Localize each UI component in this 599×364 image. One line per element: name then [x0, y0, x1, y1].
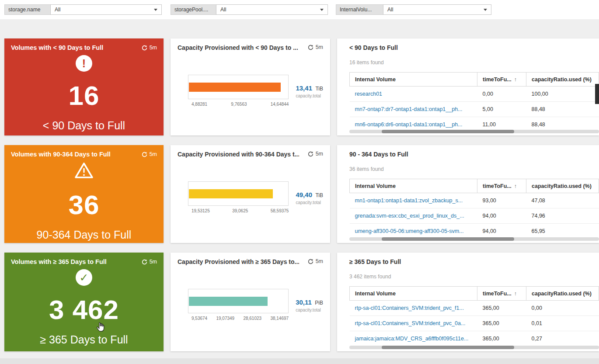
plot-area: 4,88281 9,76563 14,64844 [188, 75, 289, 107]
chart-header: Capacity Provisioned with ≥ 365 Days to.… [178, 258, 323, 265]
dashboard-viewport: storage.name All storagePool.... All Int… [0, 0, 599, 364]
refresh-button[interactable]: 5m [142, 151, 157, 157]
sort-asc-icon: ↑ [514, 76, 517, 83]
capacity-ratio-cell: 0,27 [526, 331, 599, 347]
internal-volume-link[interactable]: umeng-aff300-05-06:umeng-aff300-05-svm..… [350, 224, 477, 239]
filter-storage-pool-label: storagePool.... [171, 4, 216, 15]
column-header-internal-volume[interactable]: Internal Volume [350, 73, 477, 87]
refresh-button[interactable]: 5m [308, 151, 323, 157]
chart-total-unit: TiB [315, 86, 323, 92]
horizontal-scrollbar[interactable] [349, 237, 599, 241]
filter-internal-volume: InternalVolu... All [336, 4, 491, 15]
volumes-table: Internal Volume timeToFu...↑ capacityRat… [349, 286, 599, 347]
capacity-ratio-cell: 88,48 [526, 102, 599, 117]
refresh-button[interactable]: 5m [142, 259, 157, 265]
refresh-button[interactable]: 5m [308, 44, 323, 50]
kpi-value: 36 [11, 191, 157, 218]
internal-volume-link[interactable]: rtp-sa-cl01:Containers_SVM:trident_pvc_f… [350, 301, 477, 316]
time-to-full-cell: 94,00 [477, 224, 526, 239]
tick-label: 14,64844 [271, 102, 289, 107]
tick-label: 58,59375 [271, 208, 289, 213]
filter-storage-name: storage.name All [4, 4, 162, 15]
time-to-full-cell: 365,00 [477, 301, 526, 316]
column-header-internal-volume[interactable]: Internal Volume [350, 179, 477, 193]
sort-asc-icon: ↑ [514, 183, 517, 189]
filter-internal-volume-select[interactable]: All [383, 4, 491, 15]
table-row: umeng-aff300-05-06:umeng-aff300-05-svm..… [350, 224, 599, 239]
column-header-time-to-full[interactable]: timeToFu...↑ [477, 179, 526, 193]
kpi-value: 16 [11, 82, 157, 109]
capacity-ratio-cell: 47,08 [526, 193, 599, 208]
capacity-bar [189, 297, 268, 306]
column-header-time-to-full[interactable]: timeToFu...↑ [477, 287, 526, 301]
chart-total-caption: capacity.total [296, 308, 323, 312]
chevron-down-icon [320, 9, 324, 11]
table-card-lt90: < 90 Days to Full 16 items found Interna… [337, 38, 599, 135]
chevron-down-icon [154, 9, 157, 11]
tick-label: 9,76563 [231, 102, 247, 107]
kpi-title: Volumes with ≥ 365 Days to Full [11, 258, 107, 265]
refresh-button[interactable]: 5m [308, 258, 323, 264]
kpi-label: < 90 Days to Full [11, 120, 157, 131]
internal-volume-link[interactable]: grenada:svm-esx:cbc_esxi_prod_linux_ds_.… [350, 208, 477, 224]
kpi-header: Volumes with 90-364 Days to Full 5m [11, 151, 157, 158]
x-axis-ticks: 19,53125 39,0625 58,59375 [188, 208, 289, 213]
filter-storage-pool-select[interactable]: All [216, 4, 328, 15]
internal-volume-link[interactable]: research01 [350, 87, 477, 102]
chart-card-90-364: Capacity Provisioned with 90-364 Days t.… [171, 145, 330, 243]
x-axis-ticks: 4,88281 9,76563 14,64844 [188, 102, 289, 107]
time-to-full-cell: 0,00 [477, 87, 526, 102]
refresh-interval-label: 5m [316, 44, 323, 50]
chart-total: 13,41 TiB capacity.total [296, 84, 323, 98]
bar-chart: 19,53125 39,0625 58,59375 49,40 TiB capa… [178, 181, 323, 213]
internal-volume-link[interactable]: rtp-sa-cl01:Containers_SVM:trident_pvc_0… [350, 316, 477, 331]
time-to-full-cell: 365,00 [477, 331, 526, 347]
tick-label: 19,53125 [192, 208, 210, 213]
internal-volume-link[interactable]: mn1-ontap1:ontap1-data1:zvol_zbackup_s..… [350, 193, 477, 208]
refresh-button[interactable]: 5m [142, 45, 157, 51]
kpi-header: Volumes with ≥ 365 Days to Full 5m [11, 258, 157, 265]
horizontal-scrollbar[interactable] [349, 346, 599, 349]
column-header-capacity-ratio[interactable]: capacityRatio.used (%) [526, 287, 599, 301]
chart-card-lt90: Capacity Provisioned with < 90 Days to .… [171, 38, 330, 135]
refresh-interval-label: 5m [150, 45, 157, 51]
table-row: rtp-sa-cl01:Containers_SVM:trident_pvc_f… [350, 301, 599, 316]
kpi-label: 90-364 Days to Full [11, 229, 157, 240]
capacity-ratio-cell: 100,00 [526, 87, 599, 102]
warning-triangle-icon [74, 162, 94, 181]
internal-volume-link[interactable]: jamaica:jamaica:MDV_CRS_a6fffb0f095c11e.… [350, 331, 477, 347]
filter-storage-name-select[interactable]: All [50, 4, 162, 15]
tick-label: 4,88281 [192, 102, 207, 107]
plot-box [188, 75, 289, 99]
refresh-icon [142, 259, 147, 265]
column-header-time-to-full[interactable]: timeToFu...↑ [477, 73, 526, 87]
scrollbar-thumb[interactable] [382, 346, 514, 349]
scrollbar-thumb[interactable] [382, 237, 514, 241]
kpi-card-gte365: Volumes with ≥ 365 Days to Full 5m ✓ 3 4… [4, 253, 164, 351]
check-circle-icon: ✓ [76, 269, 92, 286]
refresh-interval-label: 5m [316, 258, 323, 264]
column-header-internal-volume[interactable]: Internal Volume [350, 287, 477, 301]
widget-grid: Volumes with < 90 Days to Full 5m ! 16 <… [4, 38, 599, 351]
horizontal-page-scrollbar[interactable] [0, 358, 599, 364]
kpi-title: Volumes with < 90 Days to Full [11, 44, 103, 51]
time-to-full-cell: 5,00 [477, 102, 526, 117]
table-row: jamaica:jamaica:MDV_CRS_a6fffb0f095c11e.… [350, 331, 599, 347]
filter-storage-name-label: storage.name [4, 4, 50, 15]
chart-total: 30,11 PiB capacity.total [296, 298, 323, 312]
capacity-bar [189, 189, 273, 198]
column-header-capacity-ratio[interactable]: capacityRatio.used (%) [526, 179, 599, 193]
internal-volume-link[interactable]: mn7-ontap7:dr7-ontap1-data1:ontap1__ph..… [350, 102, 477, 117]
vertical-scrollbar-thumb[interactable] [595, 84, 599, 104]
refresh-icon [308, 259, 313, 264]
chart-total-caption: capacity.total [296, 200, 323, 205]
kpi-title: Volumes with 90-364 Days to Full [11, 151, 111, 158]
volumes-table: Internal Volume timeToFu...↑ capacityRat… [349, 72, 599, 132]
chart-total-unit: TiB [315, 192, 323, 198]
column-header-capacity-ratio[interactable]: capacityRatio.used (%) [526, 73, 599, 87]
tick-label: 28,61023 [243, 316, 261, 321]
kpi-header: Volumes with < 90 Days to Full 5m [11, 44, 157, 51]
horizontal-scrollbar[interactable] [349, 130, 599, 133]
tick-label: 38,14697 [270, 316, 289, 321]
scrollbar-thumb[interactable] [382, 130, 514, 133]
